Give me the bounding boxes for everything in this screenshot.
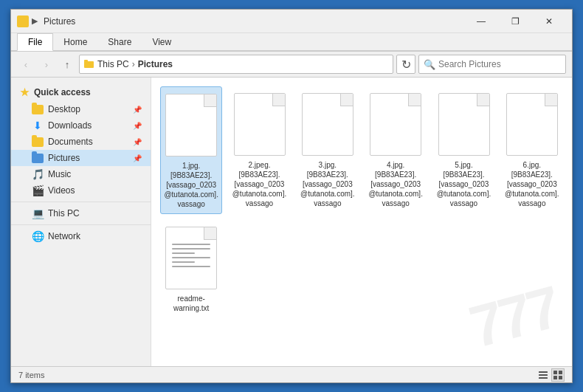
list-item[interactable]: 6.jpg.[9B83AE23].[vassago_0203@tutanota.… (501, 86, 563, 214)
grid-view-button[interactable] (551, 368, 565, 382)
sidebar-item-downloads[interactable]: ⬇ Downloads 📌 (11, 117, 151, 134)
breadcrumb-folder-icon (84, 59, 94, 70)
list-item[interactable]: 5.jpg.[9B83AE23].[vassago_0203@tutanota.… (432, 86, 494, 214)
main-content: ★ Quick access Desktop 📌 ⬇ Downloads 📌 (11, 78, 572, 366)
sidebar-item-music[interactable]: 🎵 Music (11, 166, 151, 182)
window-icon (17, 16, 29, 27)
list-item[interactable]: 3.jpg.[9B83AE23].[vassago_0203@tutanota.… (297, 86, 359, 214)
doc-icon (506, 93, 558, 156)
window-title: Pictures (44, 16, 464, 27)
sidebar-label-videos: Videos (48, 185, 75, 196)
file-grid: 1.jpg.[9B83AE23].[vassago_0203@tutanota.… (157, 83, 566, 320)
file-name: 6.jpg.[9B83AE23].[vassago_0203@tutanota.… (504, 160, 560, 208)
file-name: 4.jpg.[9B83AE23].[vassago_0203@tutanota.… (368, 160, 424, 208)
sidebar-item-videos[interactable]: 🎬 Videos (11, 182, 151, 199)
up-button[interactable]: ↑ (58, 55, 76, 73)
quick-access-header[interactable]: ★ Quick access (11, 83, 151, 101)
network-icon: 🌐 (32, 230, 44, 242)
sidebar-item-documents[interactable]: Documents 📌 (11, 134, 151, 150)
maximize-button[interactable]: ❐ (498, 10, 532, 33)
doc-icon (234, 93, 286, 156)
list-item[interactable]: 2.jpeg.[9B83AE23].[vassago_0203@tutanota… (228, 86, 290, 214)
pin-icon-documents: 📌 (133, 138, 142, 146)
tab-share[interactable]: Share (97, 33, 142, 50)
svg-rect-4 (539, 377, 548, 379)
pin-icon: 📌 (133, 106, 142, 114)
minimize-button[interactable]: — (464, 10, 498, 33)
sidebar-label-downloads: Downloads (48, 120, 92, 131)
breadcrumb-this-pc[interactable]: This PC (97, 59, 129, 69)
txt-icon (165, 227, 217, 289)
list-item[interactable]: readme-warning.txt (160, 220, 222, 317)
explorer-window: ▶ Pictures — ❐ ✕ File Home Share View ‹ … (10, 9, 573, 383)
sidebar-label-this-pc: This PC (48, 208, 80, 219)
tab-home[interactable]: Home (53, 33, 97, 50)
item-count: 7 items (18, 371, 44, 379)
downloads-icon: ⬇ (32, 120, 44, 131)
refresh-button[interactable]: ↻ (396, 55, 415, 74)
svg-rect-7 (553, 376, 557, 379)
svg-rect-2 (539, 371, 548, 373)
file-name: 5.jpg.[9B83AE23].[vassago_0203@tutanota.… (435, 160, 491, 208)
file-thumbnail (366, 91, 425, 157)
close-button[interactable]: ✕ (532, 10, 566, 33)
ribbon-tabs: File Home Share View (11, 33, 572, 51)
svg-rect-8 (559, 376, 562, 379)
list-item[interactable]: 1.jpg.[9B83AE23].[vassago_0203@tutanota.… (160, 86, 222, 214)
sidebar-label-music: Music (48, 169, 71, 179)
search-box[interactable]: 🔍 (418, 55, 566, 74)
star-icon: ★ (20, 86, 30, 98)
tab-file[interactable]: File (17, 33, 53, 51)
sidebar-item-network[interactable]: 🌐 Network (11, 228, 151, 244)
back-button[interactable]: ‹ (17, 55, 35, 73)
address-path[interactable]: This PC › Pictures (79, 55, 393, 74)
address-bar: ‹ › ↑ This PC › Pictures ↻ 🔍 (11, 52, 572, 78)
file-thumbnail (230, 91, 289, 157)
sidebar-item-desktop[interactable]: Desktop 📌 (11, 101, 151, 117)
desktop-icon (32, 103, 44, 115)
file-thumbnail (298, 91, 357, 157)
doc-icon (302, 93, 353, 156)
view-buttons (537, 368, 565, 382)
sidebar-item-pictures[interactable]: Pictures 📌 (11, 150, 151, 166)
forward-button[interactable]: › (38, 55, 55, 73)
title-controls: — ❐ ✕ (464, 10, 566, 33)
search-icon: 🔍 (424, 59, 435, 70)
video-icon: 🎬 (32, 185, 44, 196)
breadcrumb-arrow-1: › (132, 59, 135, 69)
sidebar-divider-2 (11, 224, 151, 225)
ribbon: File Home Share View (11, 33, 572, 52)
file-thumbnail (503, 91, 562, 157)
list-view-button[interactable] (537, 368, 550, 382)
file-name: 2.jpeg.[9B83AE23].[vassago_0203@tutanota… (231, 160, 287, 208)
file-thumbnail (162, 224, 221, 291)
pictures-icon (32, 152, 44, 164)
quick-access-label: Quick access (34, 87, 91, 97)
sidebar-divider-1 (11, 202, 151, 202)
quick-access-toolbar: ▶ (32, 16, 38, 26)
list-item[interactable]: 4.jpg.[9B83AE23].[vassago_0203@tutanota.… (365, 86, 427, 214)
title-bar: ▶ Pictures — ❐ ✕ (11, 10, 572, 33)
tab-view[interactable]: View (142, 33, 182, 50)
file-name: readme-warning.txt (163, 294, 219, 313)
doc-icon (438, 93, 490, 156)
search-input[interactable] (438, 59, 561, 69)
sidebar-label-documents: Documents (48, 137, 93, 147)
file-thumbnail (162, 92, 221, 158)
file-name: 3.jpg.[9B83AE23].[vassago_0203@tutanota.… (300, 160, 356, 208)
title-bar-icons: ▶ (17, 16, 38, 27)
music-icon: 🎵 (32, 168, 44, 180)
svg-rect-0 (84, 61, 94, 68)
sidebar-label-network: Network (48, 231, 80, 241)
svg-rect-6 (559, 371, 562, 374)
pin-icon-downloads: 📌 (133, 122, 142, 130)
status-bar: 7 items (11, 366, 572, 382)
sidebar: ★ Quick access Desktop 📌 ⬇ Downloads 📌 (11, 78, 151, 366)
file-thumbnail (435, 91, 494, 157)
file-area: 777 1.jpg.[9B83AE23].[vassago_0203@tutan… (151, 78, 572, 366)
this-pc-icon: 💻 (32, 207, 44, 219)
pin-icon-pictures: 📌 (133, 154, 142, 162)
breadcrumb-pictures[interactable]: Pictures (138, 59, 173, 69)
sidebar-label-desktop: Desktop (48, 104, 80, 114)
sidebar-item-this-pc[interactable]: 💻 This PC (11, 205, 151, 221)
